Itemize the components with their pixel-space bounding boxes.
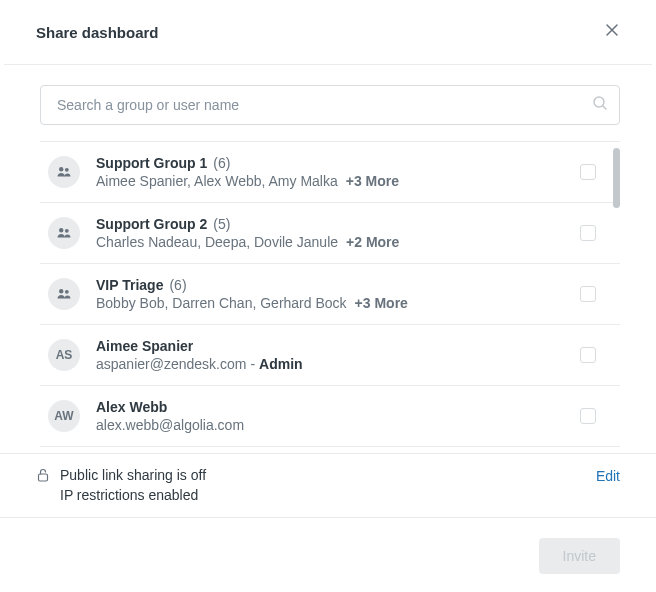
dialog-header: Share dashboard bbox=[0, 0, 656, 64]
row-members: Charles Nadeau, Deepa, Dovile Janule bbox=[96, 234, 338, 250]
row-members: Aimee Spanier, Alex Webb, Amy Malka bbox=[96, 173, 338, 189]
group-icon bbox=[48, 156, 80, 188]
edit-link[interactable]: Edit bbox=[596, 468, 620, 484]
group-icon bbox=[48, 217, 80, 249]
search-wrap bbox=[40, 85, 620, 125]
row-name: Support Group 2 bbox=[96, 216, 207, 232]
row-subtitle: alex.webb@algolia.com bbox=[96, 417, 564, 433]
row-main: VIP Triage(6)Bobby Bob, Darren Chan, Ger… bbox=[96, 277, 564, 311]
close-icon bbox=[604, 22, 620, 38]
row-more: +3 More bbox=[346, 173, 399, 189]
status-bar: Public link sharing is off IP restrictio… bbox=[0, 453, 656, 518]
list-item[interactable]: Support Group 1(6)Aimee Spanier, Alex We… bbox=[40, 142, 620, 203]
svg-point-3 bbox=[59, 228, 63, 232]
svg-rect-7 bbox=[39, 474, 48, 481]
dialog-body: Support Group 1(6)Aimee Spanier, Alex We… bbox=[0, 65, 656, 453]
row-count: (6) bbox=[169, 277, 186, 293]
list-item[interactable]: ASAimee Spanieraspanier@zendesk.com- Adm… bbox=[40, 325, 620, 386]
status-line-2: IP restrictions enabled bbox=[60, 486, 206, 506]
select-checkbox[interactable] bbox=[580, 164, 596, 180]
row-count: (6) bbox=[213, 155, 230, 171]
select-checkbox[interactable] bbox=[580, 347, 596, 363]
row-name: VIP Triage bbox=[96, 277, 163, 293]
svg-point-2 bbox=[65, 168, 69, 172]
row-subtitle: Bobby Bob, Darren Chan, Gerhard Bock+3 M… bbox=[96, 295, 564, 311]
select-checkbox[interactable] bbox=[580, 408, 596, 424]
list-item[interactable]: Support Group 2(5)Charles Nadeau, Deepa,… bbox=[40, 203, 620, 264]
avatar: AS bbox=[48, 339, 80, 371]
share-list: Support Group 1(6)Aimee Spanier, Alex We… bbox=[40, 141, 620, 453]
row-subtitle: Charles Nadeau, Deepa, Dovile Janule+2 M… bbox=[96, 234, 564, 250]
row-main: Alex Webbalex.webb@algolia.com bbox=[96, 399, 564, 433]
row-members: Bobby Bob, Darren Chan, Gerhard Bock bbox=[96, 295, 347, 311]
row-main: Support Group 2(5)Charles Nadeau, Deepa,… bbox=[96, 216, 564, 250]
row-role: Admin bbox=[259, 356, 303, 372]
status-text: Public link sharing is off IP restrictio… bbox=[60, 466, 206, 505]
row-sep: - bbox=[250, 356, 255, 372]
invite-button[interactable]: Invite bbox=[539, 538, 620, 574]
scrollbar-thumb[interactable] bbox=[613, 148, 620, 208]
select-checkbox[interactable] bbox=[580, 286, 596, 302]
status-line-1: Public link sharing is off bbox=[60, 466, 206, 486]
row-main: Aimee Spanieraspanier@zendesk.com- Admin bbox=[96, 338, 564, 372]
svg-point-5 bbox=[59, 289, 63, 293]
row-subtitle: aspanier@zendesk.com- Admin bbox=[96, 356, 564, 372]
dialog-title: Share dashboard bbox=[36, 24, 159, 41]
row-more: +2 More bbox=[346, 234, 399, 250]
row-name: Alex Webb bbox=[96, 399, 167, 415]
row-name: Aimee Spanier bbox=[96, 338, 193, 354]
search-icon bbox=[592, 95, 608, 115]
row-email: alex.webb@algolia.com bbox=[96, 417, 244, 433]
group-icon bbox=[48, 278, 80, 310]
close-button[interactable] bbox=[600, 18, 624, 46]
search-input[interactable] bbox=[40, 85, 620, 125]
dialog-footer: Invite bbox=[0, 518, 656, 592]
list-item[interactable]: VIP Triage(6)Bobby Bob, Darren Chan, Ger… bbox=[40, 264, 620, 325]
avatar: AW bbox=[48, 400, 80, 432]
list-item[interactable]: AWAlex Webbalex.webb@algolia.com bbox=[40, 386, 620, 447]
list-item[interactable]: AMAmy Malka bbox=[40, 447, 620, 453]
row-count: (5) bbox=[213, 216, 230, 232]
svg-point-6 bbox=[65, 290, 69, 294]
row-email: aspanier@zendesk.com bbox=[96, 356, 246, 372]
row-main: Support Group 1(6)Aimee Spanier, Alex We… bbox=[96, 155, 564, 189]
row-more: +3 More bbox=[355, 295, 408, 311]
svg-point-1 bbox=[59, 167, 63, 171]
select-checkbox[interactable] bbox=[580, 225, 596, 241]
unlock-icon bbox=[36, 468, 50, 486]
svg-point-4 bbox=[65, 229, 69, 233]
row-name: Support Group 1 bbox=[96, 155, 207, 171]
row-subtitle: Aimee Spanier, Alex Webb, Amy Malka+3 Mo… bbox=[96, 173, 564, 189]
